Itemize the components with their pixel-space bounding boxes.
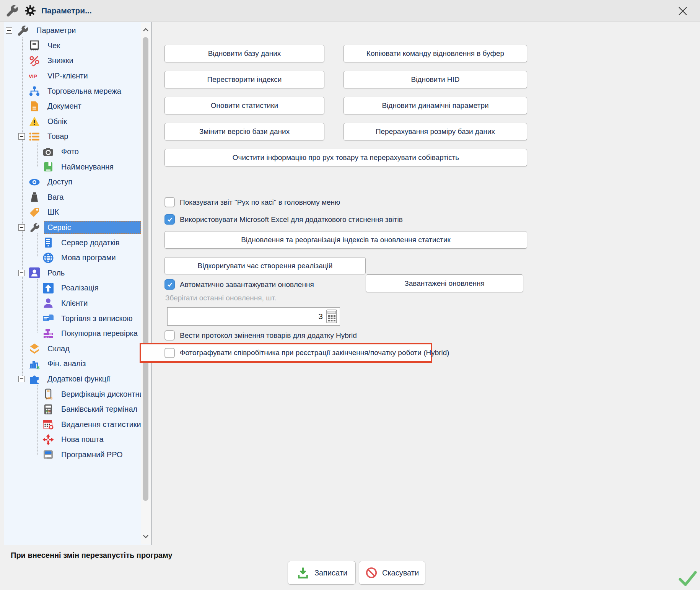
sidebar-item-chek[interactable]: Чек bbox=[4, 38, 141, 54]
puzzle-icon bbox=[29, 373, 40, 385]
sidebar-scrollbar[interactable] bbox=[141, 23, 151, 544]
sidebar-item-dodatkovi-funktsii[interactable]: Додаткові функції bbox=[4, 372, 141, 387]
update-statistics-button[interactable]: Оновити статистики bbox=[164, 97, 324, 114]
sidebar-item-label: Фото bbox=[58, 145, 82, 158]
calculator-icon bbox=[42, 404, 54, 415]
settings-tree-panel: Параметри Чек Знижки VIP VIP-клієнти Тор… bbox=[4, 22, 152, 545]
save-button-label: Записати bbox=[314, 569, 347, 577]
sidebar-item-label: Параметри bbox=[33, 24, 79, 37]
sidebar-item-kliienty[interactable]: Клієнти bbox=[4, 296, 141, 311]
sidebar-item-label: Сервер додатків bbox=[58, 236, 123, 249]
sidebar-item-pokupiurna-perevirka[interactable]: Покупюрна перевірка bbox=[4, 326, 141, 341]
show-cash-report-checkbox[interactable] bbox=[164, 197, 175, 207]
collapse-icon[interactable] bbox=[18, 224, 25, 231]
window-title: Параметри... bbox=[41, 6, 92, 15]
sidebar-item-server-dodatkiv[interactable]: Сервер додатків bbox=[4, 235, 141, 250]
cancel-button[interactable]: Скасувати bbox=[359, 561, 425, 585]
sidebar-item-rol[interactable]: Роль bbox=[4, 266, 141, 281]
sidebar-item-tovar[interactable]: Товар bbox=[4, 129, 141, 144]
scroll-up-icon[interactable] bbox=[142, 26, 150, 34]
close-icon[interactable] bbox=[676, 4, 690, 18]
sidebar-item-label: Нова пошта bbox=[58, 433, 107, 446]
collapse-icon[interactable] bbox=[18, 270, 25, 276]
sidebar-item-vydalennia-statystyky[interactable]: Видалення статистики bbox=[4, 417, 141, 432]
sidebar-item-prohramnyi-rro[interactable]: Програмний РРО bbox=[4, 447, 141, 463]
sidebar-item-bankivskyi-terminal[interactable]: Банківський термінал bbox=[4, 402, 141, 417]
settings-tree: Параметри Чек Знижки VIP VIP-клієнти Тор… bbox=[4, 23, 141, 462]
sidebar-item-naimenuvannia[interactable]: Найменування bbox=[4, 159, 141, 174]
change-db-version-button[interactable]: Змінити версію бази даних bbox=[164, 123, 324, 140]
receipt-icon bbox=[29, 40, 40, 51]
eye-icon bbox=[29, 176, 40, 188]
restore-dynamic-button[interactable]: Відновити динамічні параметри bbox=[343, 97, 527, 114]
save-button[interactable]: Записати bbox=[288, 561, 356, 585]
recalc-db-size-button[interactable]: Перерахування розміру бази даних bbox=[343, 123, 527, 140]
highlighted-setting-frame: Фотографувати співробітника при реєстрац… bbox=[140, 343, 432, 363]
sidebar-item-parametry[interactable]: Параметри bbox=[4, 23, 141, 38]
fix-realization-time-button[interactable]: Відкоригувати час створення реалізацій bbox=[164, 257, 366, 274]
nova-poshta-icon bbox=[42, 434, 54, 445]
sidebar-item-mova-prohramy[interactable]: Мова програми bbox=[4, 250, 141, 266]
sidebar-item-nova-poshta[interactable]: Нова пошта bbox=[4, 432, 141, 447]
sidebar-item-label: Чек bbox=[44, 39, 63, 52]
restore-db-button[interactable]: Відновити базу даних bbox=[164, 45, 324, 62]
person-icon bbox=[42, 297, 54, 309]
save-icon bbox=[296, 566, 310, 579]
sidebar-item-label: Банківський термінал bbox=[58, 403, 141, 416]
sidebar-item-torhovelna-merezha[interactable]: Торговельна мережа bbox=[4, 83, 141, 99]
recreate-indexes-button[interactable]: Перестворити індекси bbox=[164, 71, 324, 88]
sidebar-item-label: Документ bbox=[44, 100, 85, 112]
collapse-icon[interactable] bbox=[18, 133, 25, 140]
svg-text:$: $ bbox=[37, 365, 40, 370]
restore-hid-button[interactable]: Відновити HID bbox=[343, 71, 527, 88]
sidebar-item-label: Роль bbox=[44, 267, 68, 279]
sidebar-item-torhivlia-z-vypyskoiu[interactable]: Торгівля з випискою bbox=[4, 311, 141, 326]
sidebar-item-oblik[interactable]: Облік bbox=[4, 114, 141, 129]
sidebar-item-foto[interactable]: Фото bbox=[4, 144, 141, 160]
hybrid-protocol-checkbox[interactable] bbox=[164, 330, 175, 341]
sidebar-item-znyzhky[interactable]: Знижки bbox=[4, 53, 141, 68]
clear-movement-button[interactable]: Очистити інформацію про рух товару та пе… bbox=[164, 149, 527, 166]
sidebar-item-dostup[interactable]: Доступ bbox=[4, 174, 141, 190]
sidebar-item-shk[interactable]: ШК bbox=[4, 205, 141, 220]
sidebar-item-vaha[interactable]: Вага bbox=[4, 190, 141, 205]
downloaded-updates-button[interactable]: Завантажені оновлення bbox=[366, 274, 523, 292]
sidebar-item-label: Покупюрна перевірка bbox=[58, 327, 141, 340]
auto-download-updates-checkbox[interactable] bbox=[164, 279, 175, 290]
sidebar-item-label: VIP-клієнти bbox=[44, 70, 91, 82]
sidebar-item-label: Найменування bbox=[58, 161, 117, 173]
scroll-down-icon[interactable] bbox=[142, 532, 150, 541]
keep-updates-input[interactable]: 3 bbox=[167, 307, 340, 326]
scrollbar-thumb[interactable] bbox=[143, 37, 148, 501]
success-check-icon bbox=[678, 569, 698, 588]
sidebar-item-label: Видалення статистики bbox=[58, 418, 141, 431]
collapse-icon[interactable] bbox=[18, 376, 25, 382]
restart-note: При внесенні змін перезапустіть програму bbox=[11, 551, 173, 560]
green-box-icon bbox=[42, 161, 54, 173]
sidebar-item-realizatsiia[interactable]: Реалізація bbox=[4, 280, 141, 296]
sidebar-item-fin-analiz[interactable]: $ Фін. аналіз bbox=[4, 356, 141, 372]
svg-text:SMS: SMS bbox=[46, 396, 53, 400]
card-icon bbox=[42, 313, 54, 324]
collapse-icon[interactable] bbox=[6, 27, 12, 34]
sidebar-item-dokument[interactable]: Документ bbox=[4, 99, 141, 114]
gear-icon bbox=[24, 5, 36, 16]
calculator-icon[interactable] bbox=[326, 309, 337, 324]
checkbox-label: Використовувати Microsoft Excel для дода… bbox=[180, 215, 403, 224]
cash-register-icon bbox=[42, 328, 54, 339]
hybrid-photo-checkbox[interactable] bbox=[164, 348, 175, 358]
sidebar-item-sklad[interactable]: Склад bbox=[4, 341, 141, 356]
keep-updates-label: Зберігати останні оновлення, шт. bbox=[165, 294, 276, 302]
calendar-delete-icon bbox=[42, 419, 54, 430]
wrench-icon bbox=[16, 24, 29, 37]
reorg-indexes-button[interactable]: Відновлення та реорганізація індексів та… bbox=[164, 231, 527, 249]
sidebar-item-veryfikatsiia-dyskontnykh[interactable]: SMS Верифікація дисконтних bbox=[4, 386, 141, 402]
sms-phone-icon: SMS bbox=[42, 388, 54, 400]
chart-dollar-icon: $ bbox=[29, 358, 40, 370]
sidebar-item-vip-klienty[interactable]: VIP VIP-клієнти bbox=[4, 68, 141, 84]
wrench-icon bbox=[5, 3, 19, 18]
sidebar-item-servis[interactable]: Сервіс bbox=[4, 220, 141, 235]
copy-restore-cmd-button[interactable]: Копіювати команду відновлення в буфер bbox=[343, 45, 527, 62]
use-excel-checkbox[interactable] bbox=[164, 214, 175, 225]
tag-icon bbox=[29, 207, 40, 218]
